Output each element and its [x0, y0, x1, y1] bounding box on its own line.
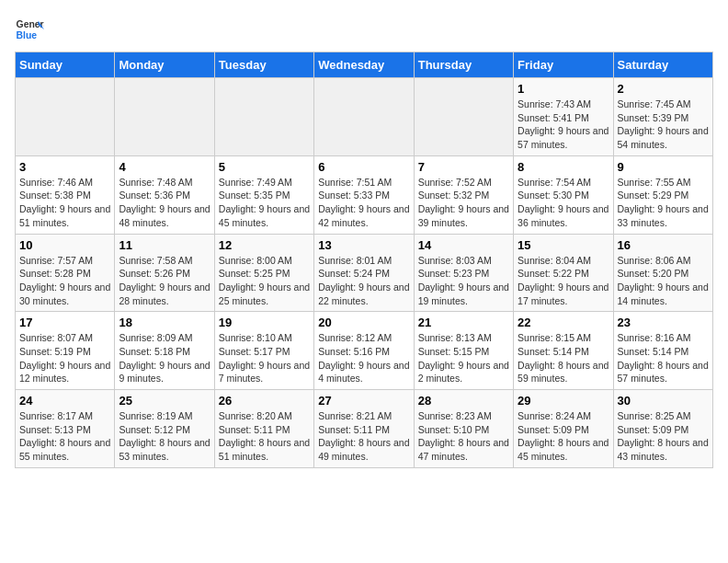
weekday-header: Wednesday: [314, 52, 414, 78]
day-number: 18: [119, 316, 210, 329]
day-info: Sunrise: 7:52 AM Sunset: 5:32 PM Dayligh…: [418, 176, 509, 230]
day-number: 19: [219, 316, 310, 329]
calendar-cell: 26Sunrise: 8:20 AM Sunset: 5:11 PM Dayli…: [214, 390, 313, 468]
day-number: 13: [318, 238, 409, 252]
day-info: Sunrise: 8:15 AM Sunset: 5:14 PM Dayligh…: [518, 331, 609, 385]
calendar-cell: [314, 78, 414, 156]
day-number: 22: [518, 316, 609, 329]
weekday-header: Sunday: [16, 52, 115, 78]
day-info: Sunrise: 8:23 AM Sunset: 5:10 PM Dayligh…: [418, 409, 509, 464]
day-number: 16: [618, 238, 709, 252]
day-number: 15: [518, 238, 609, 252]
day-info: Sunrise: 8:07 AM Sunset: 5:19 PM Dayligh…: [19, 331, 110, 385]
day-info: Sunrise: 8:01 AM Sunset: 5:24 PM Dayligh…: [318, 254, 409, 308]
calendar-week-row: 24Sunrise: 8:17 AM Sunset: 5:13 PM Dayli…: [16, 390, 713, 468]
day-number: 5: [219, 160, 310, 174]
day-number: 8: [518, 160, 609, 174]
day-number: 12: [219, 238, 310, 252]
calendar-cell: 15Sunrise: 8:04 AM Sunset: 5:22 PM Dayli…: [514, 234, 613, 312]
weekday-header: Thursday: [414, 52, 513, 78]
calendar-cell: [414, 78, 513, 156]
calendar-week-row: 3Sunrise: 7:46 AM Sunset: 5:38 PM Daylig…: [16, 155, 713, 234]
logo-icon: General Blue: [15, 15, 44, 44]
day-info: Sunrise: 8:20 AM Sunset: 5:11 PM Dayligh…: [219, 409, 310, 464]
calendar-cell: 11Sunrise: 7:58 AM Sunset: 5:26 PM Dayli…: [115, 234, 214, 312]
day-info: Sunrise: 8:16 AM Sunset: 5:14 PM Dayligh…: [618, 331, 709, 385]
day-number: 24: [19, 394, 110, 408]
day-number: 29: [518, 394, 609, 408]
day-number: 14: [418, 238, 509, 252]
day-number: 7: [418, 160, 509, 174]
calendar-cell: 17Sunrise: 8:07 AM Sunset: 5:19 PM Dayli…: [16, 312, 115, 390]
svg-text:Blue: Blue: [17, 30, 38, 40]
calendar-cell: [16, 78, 115, 156]
calendar-cell: 6Sunrise: 7:51 AM Sunset: 5:33 PM Daylig…: [314, 155, 414, 234]
day-info: Sunrise: 8:06 AM Sunset: 5:20 PM Dayligh…: [618, 254, 709, 308]
calendar-cell: 1Sunrise: 7:43 AM Sunset: 5:41 PM Daylig…: [514, 78, 613, 156]
calendar-week-row: 17Sunrise: 8:07 AM Sunset: 5:19 PM Dayli…: [16, 312, 713, 390]
calendar-cell: 23Sunrise: 8:16 AM Sunset: 5:14 PM Dayli…: [613, 312, 712, 390]
day-number: 9: [618, 160, 709, 174]
calendar-cell: 3Sunrise: 7:46 AM Sunset: 5:38 PM Daylig…: [16, 155, 115, 234]
day-info: Sunrise: 8:12 AM Sunset: 5:16 PM Dayligh…: [318, 331, 409, 385]
day-info: Sunrise: 7:45 AM Sunset: 5:39 PM Dayligh…: [618, 98, 709, 152]
day-info: Sunrise: 8:03 AM Sunset: 5:23 PM Dayligh…: [418, 254, 509, 308]
day-info: Sunrise: 7:48 AM Sunset: 5:36 PM Dayligh…: [119, 176, 210, 230]
day-info: Sunrise: 8:17 AM Sunset: 5:13 PM Dayligh…: [19, 409, 110, 464]
calendar-cell: 19Sunrise: 8:10 AM Sunset: 5:17 PM Dayli…: [214, 312, 313, 390]
day-number: 23: [618, 316, 709, 329]
calendar: SundayMondayTuesdayWednesdayThursdayFrid…: [15, 52, 713, 468]
day-info: Sunrise: 8:00 AM Sunset: 5:25 PM Dayligh…: [219, 254, 310, 308]
calendar-cell: 10Sunrise: 7:57 AM Sunset: 5:28 PM Dayli…: [16, 234, 115, 312]
day-info: Sunrise: 7:58 AM Sunset: 5:26 PM Dayligh…: [119, 254, 210, 308]
day-info: Sunrise: 8:13 AM Sunset: 5:15 PM Dayligh…: [418, 331, 509, 385]
day-info: Sunrise: 7:51 AM Sunset: 5:33 PM Dayligh…: [318, 176, 409, 230]
day-number: 1: [518, 82, 609, 96]
day-info: Sunrise: 7:57 AM Sunset: 5:28 PM Dayligh…: [19, 254, 110, 308]
day-info: Sunrise: 7:43 AM Sunset: 5:41 PM Dayligh…: [518, 98, 609, 152]
weekday-header: Saturday: [613, 52, 712, 78]
day-info: Sunrise: 8:24 AM Sunset: 5:09 PM Dayligh…: [518, 409, 609, 464]
calendar-cell: 5Sunrise: 7:49 AM Sunset: 5:35 PM Daylig…: [214, 155, 313, 234]
day-info: Sunrise: 8:09 AM Sunset: 5:18 PM Dayligh…: [119, 331, 210, 385]
day-number: 17: [19, 316, 110, 329]
day-number: 25: [119, 394, 210, 408]
calendar-cell: 28Sunrise: 8:23 AM Sunset: 5:10 PM Dayli…: [414, 390, 513, 468]
calendar-cell: 16Sunrise: 8:06 AM Sunset: 5:20 PM Dayli…: [613, 234, 712, 312]
day-number: 3: [19, 160, 110, 174]
calendar-cell: 20Sunrise: 8:12 AM Sunset: 5:16 PM Dayli…: [314, 312, 414, 390]
calendar-cell: 14Sunrise: 8:03 AM Sunset: 5:23 PM Dayli…: [414, 234, 513, 312]
calendar-cell: 7Sunrise: 7:52 AM Sunset: 5:32 PM Daylig…: [414, 155, 513, 234]
calendar-cell: 22Sunrise: 8:15 AM Sunset: 5:14 PM Dayli…: [514, 312, 613, 390]
day-info: Sunrise: 7:49 AM Sunset: 5:35 PM Dayligh…: [219, 176, 310, 230]
calendar-cell: 4Sunrise: 7:48 AM Sunset: 5:36 PM Daylig…: [115, 155, 214, 234]
calendar-cell: 30Sunrise: 8:25 AM Sunset: 5:09 PM Dayli…: [613, 390, 712, 468]
calendar-cell: 24Sunrise: 8:17 AM Sunset: 5:13 PM Dayli…: [16, 390, 115, 468]
weekday-header: Monday: [115, 52, 214, 78]
calendar-cell: 21Sunrise: 8:13 AM Sunset: 5:15 PM Dayli…: [414, 312, 513, 390]
calendar-body: 1Sunrise: 7:43 AM Sunset: 5:41 PM Daylig…: [16, 78, 713, 468]
day-info: Sunrise: 7:46 AM Sunset: 5:38 PM Dayligh…: [19, 176, 110, 230]
day-number: 30: [618, 394, 709, 408]
calendar-cell: [214, 78, 313, 156]
calendar-cell: 9Sunrise: 7:55 AM Sunset: 5:29 PM Daylig…: [613, 155, 712, 234]
calendar-cell: 25Sunrise: 8:19 AM Sunset: 5:12 PM Dayli…: [115, 390, 214, 468]
calendar-week-row: 10Sunrise: 7:57 AM Sunset: 5:28 PM Dayli…: [16, 234, 713, 312]
calendar-cell: 8Sunrise: 7:54 AM Sunset: 5:30 PM Daylig…: [514, 155, 613, 234]
weekday-header: Friday: [514, 52, 613, 78]
header: General Blue: [15, 15, 713, 44]
calendar-cell: 2Sunrise: 7:45 AM Sunset: 5:39 PM Daylig…: [613, 78, 712, 156]
calendar-week-row: 1Sunrise: 7:43 AM Sunset: 5:41 PM Daylig…: [16, 78, 713, 156]
day-number: 28: [418, 394, 509, 408]
calendar-cell: [115, 78, 214, 156]
day-number: 26: [219, 394, 310, 408]
day-info: Sunrise: 8:10 AM Sunset: 5:17 PM Dayligh…: [219, 331, 310, 385]
day-info: Sunrise: 7:55 AM Sunset: 5:29 PM Dayligh…: [618, 176, 709, 230]
day-number: 6: [318, 160, 409, 174]
day-info: Sunrise: 8:04 AM Sunset: 5:22 PM Dayligh…: [518, 254, 609, 308]
calendar-cell: 13Sunrise: 8:01 AM Sunset: 5:24 PM Dayli…: [314, 234, 414, 312]
day-number: 10: [19, 238, 110, 252]
calendar-cell: 27Sunrise: 8:21 AM Sunset: 5:11 PM Dayli…: [314, 390, 414, 468]
day-number: 21: [418, 316, 509, 329]
weekday-header: Tuesday: [214, 52, 313, 78]
